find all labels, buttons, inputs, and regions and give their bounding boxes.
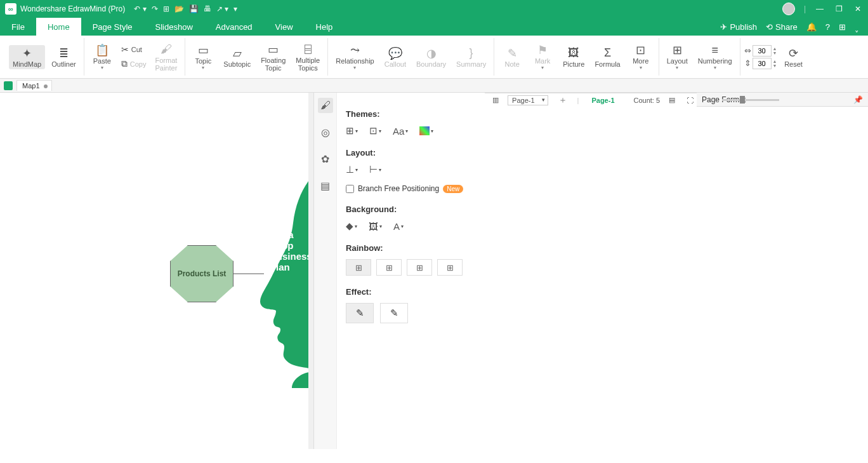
vspacing-input[interactable]: ⇕ ▲▼: [744, 58, 777, 69]
rainbow-option-3[interactable]: ⊞: [407, 259, 432, 276]
sidetab-format[interactable]: 🖌: [318, 98, 333, 113]
redo-icon[interactable]: ↷: [152, 4, 158, 13]
theme-colorset-button[interactable]: ▾: [419, 126, 433, 135]
relationship-button[interactable]: ⤳Relationship▾: [332, 42, 378, 72]
mindmap-button[interactable]: ✦MindMap: [9, 45, 45, 69]
notification-icon[interactable]: 🔔: [806, 22, 817, 32]
share-button[interactable]: ⟲ Share: [766, 22, 798, 32]
formula-button[interactable]: ΣFormula: [591, 45, 624, 69]
cut-button[interactable]: ✂Cut: [119, 43, 149, 56]
maximize-button[interactable]: ❐: [834, 4, 844, 13]
app-logo: ∞: [5, 3, 16, 15]
vertical-scrollbar[interactable]: [308, 93, 313, 449]
open-icon[interactable]: 📂: [174, 4, 184, 13]
view-outline-icon[interactable]: ▤: [666, 96, 678, 104]
undo-icon[interactable]: ↶ ▾: [134, 4, 146, 13]
close-button[interactable]: ✕: [853, 4, 863, 13]
note-button[interactable]: ✎Note: [498, 45, 526, 69]
menu-pagestyle[interactable]: Page Style: [81, 18, 144, 36]
menu-file[interactable]: File: [0, 18, 36, 36]
branch-free-checkbox[interactable]: Branch Free Positioning New: [346, 184, 476, 193]
reset-button[interactable]: ⟳Reset: [780, 45, 808, 69]
rainbow-label: Rainbow:: [346, 243, 476, 253]
bg-image-button[interactable]: 🖼▾: [369, 221, 382, 232]
effect-label: Effect:: [346, 287, 476, 297]
mindmap-canvas[interactable]: Pizza Shop Business Plan Products List S…: [0, 93, 308, 449]
apps-icon[interactable]: ⊞: [839, 22, 846, 32]
central-topic[interactable]: Pizza Shop Business Plan: [270, 229, 308, 272]
layout-label: Layout:: [346, 148, 476, 158]
theme-style-button[interactable]: ⊞▾: [346, 125, 358, 137]
callout-button[interactable]: 💬Callout: [381, 45, 410, 69]
zoom-slider[interactable]: [722, 99, 779, 101]
menu-view[interactable]: View: [264, 18, 305, 36]
summary-button[interactable]: }Summary: [452, 45, 490, 69]
sidetab-theme[interactable]: ◎: [318, 124, 333, 140]
format-painter-button[interactable]: 🖌Format Painter: [151, 41, 181, 73]
user-avatar[interactable]: [782, 3, 795, 15]
menu-help[interactable]: Help: [305, 18, 345, 36]
publish-button[interactable]: ✈ Publish: [720, 22, 757, 32]
print-icon[interactable]: 🖶: [204, 4, 211, 13]
effect-flat-button[interactable]: ✎: [346, 303, 374, 323]
outliner-button[interactable]: ≣Outliner: [48, 45, 80, 69]
menu-home[interactable]: Home: [36, 18, 81, 36]
sidetab-icon[interactable]: ✿: [318, 151, 333, 166]
hspacing-input[interactable]: ⇔ ▲▼: [744, 45, 777, 57]
pin-icon[interactable]: 📌: [853, 95, 863, 104]
mark-button[interactable]: ⚑Mark▾: [529, 42, 556, 72]
node-products[interactable]: Products List: [170, 245, 233, 302]
sidetab-outline[interactable]: ▤: [318, 178, 333, 193]
help-icon[interactable]: ?: [825, 22, 830, 32]
qat-more-icon[interactable]: ▾: [233, 4, 237, 13]
paste-button[interactable]: 📋Paste▾: [88, 42, 116, 72]
theme-color-button[interactable]: ⊡▾: [369, 125, 381, 137]
multiple-topics-button[interactable]: ⌸Multiple Topics: [292, 41, 324, 73]
new-icon[interactable]: ⊞: [163, 4, 169, 13]
collapse-ribbon-icon[interactable]: ˬ: [855, 22, 859, 32]
doc-tab-map1[interactable]: Map1: [16, 80, 52, 91]
rainbow-option-1[interactable]: ⊞: [346, 259, 371, 276]
rainbow-option-4[interactable]: ⊞: [437, 259, 463, 276]
minimize-button[interactable]: —: [815, 4, 825, 13]
page-selector[interactable]: Page-1: [508, 95, 548, 105]
topic-button[interactable]: ▭Topic▾: [189, 42, 217, 72]
rainbow-option-2[interactable]: ⊞: [376, 259, 402, 276]
app-title: Wondershare EdrawMind (Pro): [20, 4, 125, 13]
floating-topic-button[interactable]: ▭Floating Topic: [257, 41, 289, 73]
layout-tree-button[interactable]: ⊥▾: [346, 164, 358, 175]
background-label: Background:: [346, 205, 476, 214]
picture-button[interactable]: 🖼Picture: [559, 45, 588, 69]
more-button[interactable]: ⊡More▾: [627, 42, 655, 72]
theme-font-button[interactable]: Aa▾: [393, 126, 408, 137]
page-tab[interactable]: Page-1: [585, 97, 621, 104]
export-icon[interactable]: ↗ ▾: [216, 4, 228, 13]
effect-hand-button[interactable]: ✎: [380, 303, 408, 323]
boundary-button[interactable]: ◑Boundary: [412, 45, 450, 69]
copy-button[interactable]: ⧉Copy: [119, 57, 149, 70]
count-label: Count: 5: [634, 97, 661, 104]
bg-watermark-button[interactable]: A▾: [393, 221, 404, 232]
bg-fill-button[interactable]: ◆▾: [346, 220, 357, 232]
menu-slideshow[interactable]: Slideshow: [144, 18, 204, 36]
doc-icon: [4, 81, 13, 90]
subtopic-button[interactable]: ▱Subtopic: [220, 45, 254, 69]
layout-button[interactable]: ⊞Layout▾: [663, 42, 692, 72]
add-page-button[interactable]: ＋: [555, 95, 571, 106]
fit-page-icon[interactable]: ⛶: [684, 97, 696, 104]
numbering-button[interactable]: ≡Numbering▾: [694, 42, 736, 72]
save-icon[interactable]: 💾: [189, 4, 199, 13]
layout-org-button[interactable]: ⊢▾: [369, 164, 381, 175]
outline-toggle-icon[interactable]: ▥: [490, 96, 501, 104]
themes-label: Themes:: [346, 109, 476, 119]
menu-advanced[interactable]: Advanced: [204, 18, 264, 36]
